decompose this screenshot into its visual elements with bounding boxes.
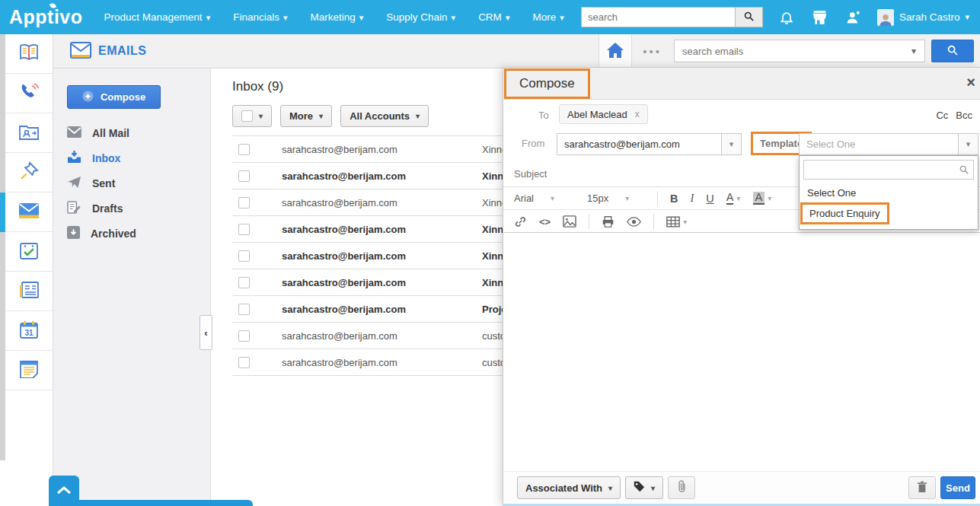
underline-button[interactable]: U [706, 193, 713, 205]
chevron-down-icon: ▾ [551, 194, 554, 202]
folder-inbox[interactable]: Inbox [67, 145, 203, 170]
minimized-window-bar[interactable] [49, 500, 253, 506]
drafts-icon [67, 201, 81, 216]
folder-sent[interactable]: Sent [67, 170, 203, 196]
row-checkbox[interactable] [238, 197, 250, 208]
compose-button[interactable]: Compose [67, 85, 161, 109]
delete-draft-button[interactable] [908, 476, 936, 499]
more-button[interactable]: More ▾ [280, 105, 332, 127]
close-icon[interactable]: × [966, 74, 975, 91]
expand-button[interactable] [49, 476, 79, 506]
panel-collapse-handle[interactable]: ‹ [200, 315, 212, 350]
rail-item-emails[interactable] [5, 193, 53, 232]
menu-label: More [532, 11, 556, 23]
home-button[interactable] [599, 34, 632, 68]
cc-link[interactable]: Cc [936, 110, 948, 121]
global-search-input[interactable] [581, 7, 735, 27]
bold-button[interactable]: B [670, 193, 678, 205]
email-from: sarahcastro@berijam.com [282, 357, 434, 368]
menu-supply-chain[interactable]: Supply Chain▾ [386, 11, 455, 23]
rail-item-tasks[interactable] [5, 232, 53, 272]
template-option-select-one[interactable]: Select One [800, 183, 978, 202]
rail-item-pins[interactable] [5, 153, 53, 193]
font-family-value: Arial [514, 193, 534, 204]
apptivo-logo[interactable]: Apptivo [9, 6, 83, 28]
font-family-select[interactable]: Arial▾ [514, 193, 575, 204]
italic-button[interactable]: I [690, 192, 694, 205]
template-option-product-enquiry[interactable]: Product Enquiry [800, 202, 889, 224]
search-icon [955, 164, 973, 175]
from-select[interactable]: sarahcastro@berijam.com ▾ [557, 133, 742, 155]
app-store-icon[interactable] [810, 8, 830, 27]
bg-color-button[interactable]: A▾ [753, 192, 772, 205]
insert-table-button[interactable]: ▾ [666, 216, 687, 228]
rail-item-news-feed[interactable] [5, 272, 53, 311]
user-menu[interactable]: Sarah Castro ▾ [877, 9, 969, 26]
row-checkbox[interactable] [238, 170, 250, 182]
preview-eye-button[interactable] [627, 217, 641, 227]
insert-link-button[interactable] [514, 215, 527, 228]
row-checkbox[interactable] [238, 304, 250, 315]
associated-with-button[interactable]: Associated With ▾ [517, 476, 621, 499]
row-checkbox[interactable] [238, 250, 250, 262]
menu-product-management[interactable]: Product Management▾ [104, 11, 211, 23]
chevron-down-icon: ▾ [359, 13, 364, 22]
global-search-button[interactable] [735, 7, 763, 27]
chevron-down-icon[interactable]: ▾ [721, 134, 741, 154]
compose-footer: Associated With ▾ ▾ Send [503, 471, 980, 504]
dropdown-search-input[interactable] [804, 164, 955, 176]
menu-crm[interactable]: CRM▾ [478, 11, 509, 23]
row-checkbox[interactable] [238, 224, 250, 235]
tags-button[interactable]: ▾ [625, 476, 663, 499]
rail-item-calls[interactable] [5, 74, 53, 113]
folder-drafts[interactable]: Drafts [67, 196, 203, 221]
compose-button-label: Compose [101, 91, 145, 103]
rail-item-knowledge-book[interactable] [5, 34, 53, 74]
folder-archived[interactable]: Archived [67, 221, 203, 246]
template-select[interactable]: Select One ▾ [799, 133, 978, 155]
font-size-select[interactable]: 15px▾ [587, 193, 645, 204]
menu-financials[interactable]: Financials▾ [233, 11, 287, 23]
row-checkbox[interactable] [238, 357, 250, 368]
row-checkbox[interactable] [238, 277, 250, 288]
svg-text:31: 31 [24, 329, 34, 337]
all-accounts-button[interactable]: All Accounts ▾ [340, 105, 429, 127]
search-emails-input[interactable] [675, 46, 903, 57]
send-button[interactable]: Send [940, 476, 975, 499]
plus-icon [82, 91, 94, 104]
menu-more[interactable]: More▾ [532, 11, 563, 23]
search-options-chevron-icon[interactable]: ▾ [903, 46, 924, 56]
text-color-button[interactable]: A▾ [726, 192, 741, 205]
pushpin-icon [19, 161, 39, 183]
chip-remove-icon[interactable]: x [635, 109, 640, 119]
more-options-dots[interactable]: ••• [643, 45, 662, 58]
select-all-checkbox[interactable] [241, 110, 253, 122]
print-button[interactable] [602, 215, 614, 228]
row-checkbox[interactable] [238, 330, 250, 342]
select-all-button[interactable]: ▾ [232, 105, 272, 127]
search-emails-button[interactable] [931, 40, 974, 62]
bcc-link[interactable]: Bcc [956, 110, 972, 121]
rail-item-calendar[interactable]: 31 [5, 311, 53, 351]
menu-marketing[interactable]: Marketing▾ [310, 11, 363, 23]
news-feed-icon [18, 281, 40, 301]
notifications-bell-icon[interactable] [777, 8, 796, 27]
people-status-icon[interactable] [844, 8, 863, 27]
all-mail-icon [67, 126, 81, 140]
mail-folders-panel: Compose All Mail Inbox Sent Drafts Archi… [53, 68, 211, 500]
user-name: Sarah Castro [899, 11, 960, 23]
chevron-down-icon: ▾ [259, 112, 263, 120]
dropdown-search-box [803, 160, 974, 180]
rail-item-contacts[interactable] [5, 113, 53, 153]
chevron-down-icon: ▾ [283, 13, 288, 22]
row-checkbox[interactable] [238, 144, 250, 155]
rail-item-notes[interactable] [5, 351, 53, 390]
code-view-button[interactable]: <> [539, 216, 551, 228]
recipient-chip[interactable]: Abel Maclead x [559, 104, 648, 124]
email-body-editor[interactable] [503, 233, 980, 471]
folder-all-mail[interactable]: All Mail [67, 120, 203, 145]
insert-image-button[interactable] [563, 215, 576, 228]
attach-file-button[interactable] [668, 476, 695, 499]
toolbar-divider [589, 214, 589, 229]
chevron-down-icon[interactable]: ▾ [958, 134, 978, 154]
